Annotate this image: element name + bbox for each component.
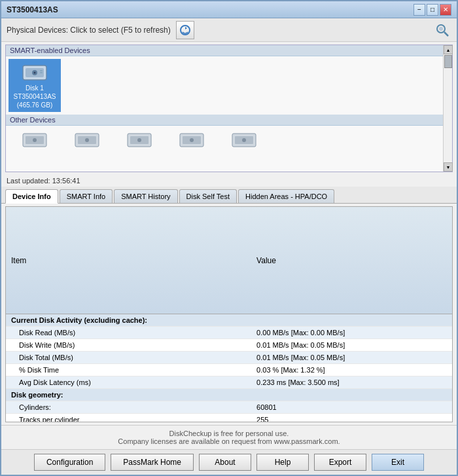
device-item-disk1[interactable]: Disk 1ST3500413AS(465.76 GB) xyxy=(9,59,61,112)
last-updated: Last updated: 13:56:41 xyxy=(1,175,457,187)
footer-buttons: Configuration PassMark Home About Help E… xyxy=(1,449,457,475)
row-value: 0.00 MB/s [Max: 0.00 MB/s] xyxy=(251,327,452,339)
tab-disk-self-test[interactable]: Disk Self Test xyxy=(179,189,237,203)
other-device-4[interactable] xyxy=(166,128,218,169)
maximize-button[interactable]: □ xyxy=(427,4,438,16)
row-value: 0.233 ms [Max: 3.500 ms] xyxy=(251,376,452,389)
refresh-button[interactable] xyxy=(176,21,194,39)
search-button[interactable] xyxy=(433,21,451,39)
tab-hidden-areas[interactable]: Hidden Areas - HPA/DCO xyxy=(238,189,334,203)
help-button[interactable]: Help xyxy=(256,454,309,471)
close-button[interactable]: ✕ xyxy=(440,4,451,16)
window-title: ST3500413AS xyxy=(7,5,58,14)
data-table-body: Current Disk Activity (excluding cache):… xyxy=(6,314,452,422)
row-item: Disk Read (MB/s) xyxy=(6,327,251,339)
row-value: 0.01 MB/s [Max: 0.05 MB/s] xyxy=(251,352,452,364)
titlebar: ST3500413AS − □ ✕ xyxy=(1,1,457,18)
other-disk-icon-3 xyxy=(126,131,152,149)
export-button[interactable]: Export xyxy=(314,454,366,471)
main-window: ST3500413AS − □ ✕ Physical Devices: Clic… xyxy=(0,0,458,476)
svg-point-15 xyxy=(85,138,89,142)
table-row: Cylinders: 60801 xyxy=(6,401,452,414)
scroll-up-button[interactable]: ▲ xyxy=(444,45,453,54)
exit-button[interactable]: Exit xyxy=(372,454,424,471)
scrollbar-thumb[interactable] xyxy=(444,55,452,68)
row-item: Tracks per cylinder xyxy=(6,414,251,422)
footer-info-line2: Company licenses are available on reques… xyxy=(5,437,453,445)
device-area: SMART-enabled Devices Disk 1ST3500413AS(… xyxy=(5,45,453,172)
row-item: % Disk Time xyxy=(6,364,251,376)
toolbar-label: Physical Devices: Click to select (F5 to… xyxy=(7,26,171,35)
passmark-home-button[interactable]: PassMark Home xyxy=(111,454,194,471)
tab-bar: Device Info SMART Info SMART History Dis… xyxy=(1,187,457,204)
device-scroll-container: SMART-enabled Devices Disk 1ST3500413AS(… xyxy=(6,45,452,172)
section-label: Current Disk Activity (excluding cache): xyxy=(6,314,452,327)
table-row: Avg Disk Latency (ms) 0.233 ms [Max: 3.5… xyxy=(6,376,452,389)
tab-device-info[interactable]: Device Info xyxy=(5,189,58,204)
refresh-icon xyxy=(179,24,191,36)
svg-rect-9 xyxy=(40,72,43,73)
other-device-1[interactable] xyxy=(9,128,61,169)
footer-info-line1: DiskCheckup is free for personal use. xyxy=(5,430,453,437)
footer-info: DiskCheckup is free for personal use. Co… xyxy=(1,425,457,449)
table-row: Disk Total (MB/s) 0.01 MB/s [Max: 0.05 M… xyxy=(6,352,452,364)
search-icon xyxy=(434,22,450,38)
row-item: Cylinders: xyxy=(6,401,251,414)
scroll-down-button[interactable]: ▼ xyxy=(444,162,453,172)
other-device-3[interactable] xyxy=(113,128,166,169)
svg-point-21 xyxy=(190,138,194,142)
about-button[interactable]: About xyxy=(199,454,251,471)
scrollbar-track xyxy=(444,54,452,162)
svg-point-7 xyxy=(34,72,36,74)
device-list-content: SMART-enabled Devices Disk 1ST3500413AS(… xyxy=(6,45,443,172)
data-table: Item Value xyxy=(6,207,452,314)
svg-line-2 xyxy=(444,32,448,36)
tab-smart-history[interactable]: SMART History xyxy=(114,189,177,203)
svg-point-24 xyxy=(242,138,246,142)
table-scroll-wrapper[interactable]: Current Disk Activity (excluding cache):… xyxy=(6,314,452,422)
row-item: Disk Total (MB/s) xyxy=(6,352,251,364)
other-disk-icon-5 xyxy=(231,131,257,149)
smart-section-label: SMART-enabled Devices xyxy=(6,45,443,56)
other-device-2[interactable] xyxy=(61,128,113,169)
minimize-button[interactable]: − xyxy=(414,4,425,16)
svg-rect-8 xyxy=(40,70,43,71)
table-row: Current Disk Activity (excluding cache): xyxy=(6,314,452,327)
svg-point-18 xyxy=(137,138,141,142)
device-scrollbar: ▲ ▼ xyxy=(443,45,452,172)
titlebar-buttons: − □ ✕ xyxy=(414,4,451,16)
table-body: Current Disk Activity (excluding cache):… xyxy=(6,314,452,422)
table-row: Disk Read (MB/s) 0.00 MB/s [Max: 0.00 MB… xyxy=(6,327,452,339)
other-device-grid xyxy=(6,126,443,172)
other-disk-icon-4 xyxy=(179,131,205,149)
disk-icon xyxy=(22,62,48,82)
table-row: Tracks per cylinder 255 xyxy=(6,414,452,422)
table-row: Disk geometry: xyxy=(6,389,452,401)
toolbar: Physical Devices: Click to select (F5 to… xyxy=(1,18,457,42)
other-device-5[interactable] xyxy=(218,128,270,169)
tab-smart-info[interactable]: SMART Info xyxy=(60,189,113,203)
other-disk-icon-2 xyxy=(74,131,100,149)
table-header: Item Value xyxy=(6,207,452,314)
row-value: 60801 xyxy=(251,401,452,414)
col-value-header: Value xyxy=(251,207,452,314)
row-value: 0.01 MB/s [Max: 0.05 MB/s] xyxy=(251,339,452,352)
main-content: Item Value Current Disk Activity (exclud… xyxy=(5,206,453,422)
col-item-header: Item xyxy=(6,207,251,314)
row-value: 255 xyxy=(251,414,452,422)
row-item: Avg Disk Latency (ms) xyxy=(6,376,251,389)
configuration-button[interactable]: Configuration xyxy=(34,454,105,471)
row-item: Disk Write (MB/s) xyxy=(6,339,251,352)
table-row: % Disk Time 0.03 % [Max: 1.32 %] xyxy=(6,364,452,376)
smart-device-grid: Disk 1ST3500413AS(465.76 GB) xyxy=(6,56,443,115)
svg-point-3 xyxy=(439,27,443,31)
table-row: Disk Write (MB/s) 0.01 MB/s [Max: 0.05 M… xyxy=(6,339,452,352)
device-label-disk1: Disk 1ST3500413AS(465.76 GB) xyxy=(13,84,56,109)
svg-point-12 xyxy=(33,138,37,142)
row-value: 0.03 % [Max: 1.32 %] xyxy=(251,364,452,376)
other-section-label: Other Devices xyxy=(6,115,443,126)
other-disk-icon-1 xyxy=(22,131,48,149)
section-label: Disk geometry: xyxy=(6,389,452,401)
